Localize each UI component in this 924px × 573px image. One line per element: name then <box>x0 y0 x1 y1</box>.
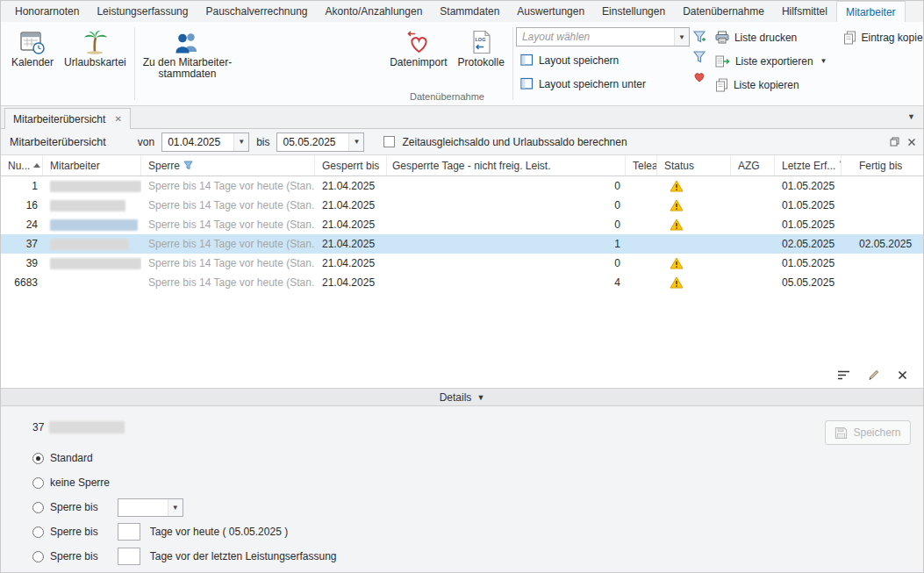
datenimport-button[interactable]: Datenimport <box>384 25 452 91</box>
cell-azg <box>731 273 775 292</box>
layout-save-as-icon <box>520 77 534 90</box>
combobox-dropdown-icon[interactable]: ▼ <box>674 28 689 46</box>
kalender-button[interactable]: Kalender <box>6 25 59 105</box>
option-tage-vor-heute[interactable]: Sperre bis Tage vor heute ( 05.05.2025 ) <box>32 519 911 544</box>
document-tab[interactable]: Mitarbeiterübersicht ✕ <box>4 108 131 129</box>
ribbon-tab[interactable]: Auswertungen <box>508 1 593 22</box>
ribbon-tab-label: Hilfsmittel <box>782 5 827 18</box>
edit-pencil-icon[interactable] <box>868 369 880 381</box>
panel-close-icon[interactable] <box>907 138 916 147</box>
tab-list-chevron-icon[interactable]: ▼ <box>907 112 915 121</box>
mitarbeiter-stammdaten-button[interactable]: Zu den Mitarbeiter- stammdaten <box>138 25 237 105</box>
cell-mitarbeiter <box>43 215 141 234</box>
table-row[interactable]: 1 Sperre bis 14 Tage vor heute (Stan... … <box>1 176 923 196</box>
urlaubskartei-button-label: Urlaubskartei <box>64 57 126 68</box>
von-date-picker[interactable]: 01.04.2025 ▼ <box>161 133 249 152</box>
table-row[interactable]: 16 Sperre bis 14 Tage vor heute (Stan...… <box>1 196 923 215</box>
tage-vor-letzter-input[interactable] <box>118 548 140 565</box>
warning-icon <box>670 276 684 289</box>
radio-tage-vor-letzter-erfassung[interactable] <box>32 551 44 562</box>
option-keine-sperre[interactable]: keine Sperre <box>32 470 911 495</box>
radio-sperre-bis-datum[interactable] <box>32 502 44 513</box>
cell-letzte-erfassung: 01.05.2025 <box>775 254 842 273</box>
date-dropdown-icon[interactable]: ▼ <box>348 133 363 151</box>
speichern-button-label: Speichern <box>853 426 900 439</box>
ribbon-tab[interactable]: Datenübernahme <box>674 1 773 22</box>
protokolle-button-label: Protokolle <box>458 57 505 68</box>
ribbon-tab[interactable]: Pauschalverrechnung <box>197 1 316 22</box>
popout-icon[interactable] <box>890 137 899 147</box>
column-header-gesperrt-bis[interactable]: Gesperrt bis <box>315 155 387 175</box>
redacted-name <box>50 181 141 192</box>
liste-kopieren-button[interactable]: Liste kopieren <box>711 75 832 95</box>
column-header-gesperrte-tage[interactable]: Gesperrte Tage - nicht freig. Leist. <box>387 155 626 175</box>
option-standard[interactable]: Standard <box>32 446 911 470</box>
liste-drucken-button[interactable]: Liste drucken <box>711 27 832 47</box>
column-header-telearbeit[interactable]: Telear... <box>626 155 657 175</box>
liste-exportieren-button[interactable]: Liste exportieren ▼ <box>711 51 832 71</box>
eintrag-kopieren-button[interactable]: Eintrag kopieren <box>839 27 924 47</box>
option-sperre-bis-datum[interactable]: Sperre bis ▼ <box>32 495 911 519</box>
column-header-letzte-erfassung[interactable]: Letzte Erf... <box>775 155 842 175</box>
protokolle-button[interactable]: LOG Protokolle <box>453 25 510 91</box>
ribbon-tab[interactable]: Mitarbeiter <box>836 1 906 22</box>
option-tage-vor-letzter-erfassung[interactable]: Sperre bis Tage vor der letzten Leistung… <box>32 544 911 569</box>
tage-vor-heute-input[interactable] <box>118 523 140 541</box>
date-dropdown-icon[interactable]: ▼ <box>168 499 183 516</box>
column-header-status[interactable]: Status <box>657 155 731 175</box>
date-dropdown-icon[interactable]: ▼ <box>233 133 248 151</box>
column-header-nummer[interactable]: Nu... <box>1 155 43 175</box>
cell-telearbeit <box>626 273 657 292</box>
speichern-button[interactable]: Speichern <box>825 420 911 445</box>
cell-azg <box>731 176 775 196</box>
cell-telearbeit <box>626 234 657 254</box>
bis-date-picker[interactable]: 05.05.2025 ▼ <box>276 133 364 152</box>
option-keine-sperre-label: keine Sperre <box>50 476 110 489</box>
radio-tage-vor-heute[interactable] <box>32 526 44 538</box>
ribbon-tab[interactable]: Akonto/Anzahlungen <box>317 1 432 22</box>
cell-sperre: Sperre bis 14 Tage vor heute (Stan... <box>141 196 315 215</box>
cell-sperre: Sperre bis 14 Tage vor heute (Stan... <box>141 254 315 273</box>
copy-icon <box>715 78 728 92</box>
ribbon-tab[interactable]: Honorarnoten <box>6 1 88 22</box>
table-row[interactable]: 39 Sperre bis 14 Tage vor heute (Stan...… <box>1 254 923 273</box>
dropdown-chevron-icon[interactable]: ▼ <box>820 57 827 65</box>
close-icon[interactable] <box>898 370 907 380</box>
ribbon-tab[interactable]: Einstellungen <box>593 1 674 22</box>
column-header-sperre[interactable]: Sperre <box>141 155 315 175</box>
saldo-checkbox[interactable] <box>383 136 395 147</box>
ribbon-tab-label: Datenübernahme <box>683 5 764 18</box>
column-header-mitarbeiter[interactable]: Mitarbeiter <box>43 155 141 175</box>
column-header-fertig-bis[interactable]: Fertig bis <box>842 155 923 175</box>
ribbon-tab[interactable]: Leistungserfassung <box>88 1 197 22</box>
ribbon-tab-label: Leistungserfassung <box>97 5 188 18</box>
urlaubskartei-button[interactable]: Urlaubskartei <box>59 25 132 105</box>
ribbon-tab[interactable]: Hilfsmittel <box>773 1 836 22</box>
radio-standard[interactable] <box>32 453 44 464</box>
tab-close-icon[interactable]: ✕ <box>114 115 121 124</box>
ribbon-tab[interactable]: Stammdaten <box>431 1 508 22</box>
filter-layout-icon[interactable] <box>692 30 706 43</box>
layout-speichern-button[interactable]: Layout speichern <box>516 50 690 70</box>
details-collapse-bar[interactable]: Details ▼ <box>1 388 923 406</box>
bis-label: bis <box>256 136 269 148</box>
view-title: Mitarbeiterübersicht <box>10 136 106 148</box>
panel-window-controls <box>890 129 916 154</box>
liste-column: Liste drucken Liste exportieren ▼ <box>711 25 832 105</box>
table-row[interactable]: 6683 Sperre bis 14 Tage vor heute (Stan.… <box>1 273 923 292</box>
favorite-heart-icon[interactable] <box>692 70 706 82</box>
filter-funnel-icon[interactable] <box>183 161 193 170</box>
table-row[interactable]: 37 Sperre bis 14 Tage vor heute (Stan...… <box>1 234 923 254</box>
grid-toolbar <box>1 362 923 388</box>
sperre-datum-combobox[interactable]: ▼ <box>118 498 183 517</box>
cell-sperre: Sperre bis 14 Tage vor heute (Stan... <box>141 176 315 196</box>
column-menu-icon[interactable] <box>837 370 850 380</box>
layout-speichern-unter-button[interactable]: Layout speichern unter <box>516 74 690 94</box>
layout-waehlen-combobox[interactable]: Layout wählen ▼ <box>516 27 690 47</box>
layout-save-icon <box>520 54 534 67</box>
radio-keine-sperre[interactable] <box>32 477 44 489</box>
column-header-azg[interactable]: AZG <box>731 155 775 175</box>
table-row[interactable]: 24 Sperre bis 14 Tage vor heute (Stan...… <box>1 215 923 234</box>
ribbon-group-label: Datenübernahme <box>384 91 510 105</box>
filter-icon[interactable] <box>692 50 706 63</box>
